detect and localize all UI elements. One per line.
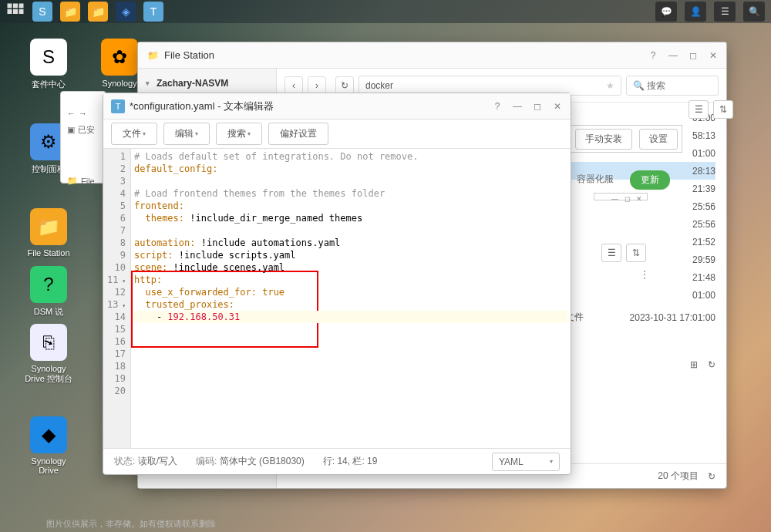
- code-line[interactable]: [134, 175, 567, 187]
- line-number: 11 ▾: [103, 274, 126, 286]
- top-bar: S 📁 📁 ◈ T 💬 👤 ☰ 🔍: [0, 0, 771, 23]
- close-icon[interactable]: ✕: [552, 101, 563, 112]
- code-line[interactable]: default_config:: [134, 163, 567, 175]
- search-menu-button[interactable]: 搜索▾: [216, 123, 262, 145]
- svg-rect-2: [19, 4, 24, 8]
- line-number: 13 ▾: [103, 298, 126, 311]
- taskbar-cube-icon[interactable]: ◈: [116, 2, 136, 22]
- code-line[interactable]: automation: !include automations.yaml: [134, 237, 567, 249]
- maximize-icon[interactable]: ◻: [625, 195, 630, 198]
- app-icon: ◆: [30, 416, 67, 453]
- status-state: 状态: 读取/写入: [114, 455, 177, 468]
- taskbar-folder-icon[interactable]: 📁: [88, 2, 108, 22]
- minimize-icon[interactable]: —: [512, 101, 523, 112]
- code-line[interactable]: trusted_proxies:: [134, 298, 567, 311]
- refresh-icon[interactable]: ↻: [708, 359, 723, 375]
- code-line[interactable]: themes: !include_dir_merge_named themes: [134, 212, 567, 224]
- code-editor[interactable]: 1234567891011 ▾1213 ▾14151617181920 # Lo…: [103, 149, 571, 448]
- news-icon[interactable]: ☰: [714, 2, 736, 22]
- code-line[interactable]: [134, 323, 567, 335]
- top-bar-left: S 📁 📁 ◈ T: [6, 2, 163, 22]
- apps-grid-icon[interactable]: [6, 2, 25, 21]
- code-line[interactable]: http:: [134, 274, 567, 286]
- code-area[interactable]: # Loads default set of integrations. Do …: [131, 149, 571, 448]
- help-icon[interactable]: ?: [492, 101, 503, 112]
- line-number: 19: [103, 372, 126, 385]
- code-line[interactable]: - 192.168.50.31: [134, 311, 567, 323]
- svg-rect-5: [19, 9, 24, 14]
- taskbar-app-icon[interactable]: S: [32, 2, 52, 22]
- list-icon[interactable]: ☰: [689, 100, 709, 119]
- code-line[interactable]: frontend:: [134, 200, 567, 212]
- code-line[interactable]: use_x_forwarded_for: true: [134, 286, 567, 298]
- help-icon[interactable]: ?: [648, 50, 658, 61]
- nav-back-button[interactable]: ‹: [284, 76, 303, 95]
- app-icon: ⎘: [30, 324, 67, 361]
- code-line[interactable]: script: !include scripts.yaml: [134, 249, 567, 261]
- search-input[interactable]: [647, 80, 716, 91]
- close-icon[interactable]: ✕: [636, 195, 642, 198]
- app-label: Synology Drive 控制台: [22, 364, 76, 385]
- fs-search[interactable]: 🔍: [626, 76, 719, 96]
- desktop-icon[interactable]: ⎘Synology Drive 控制台: [22, 324, 76, 385]
- search-icon[interactable]: 🔍: [743, 2, 765, 22]
- code-line[interactable]: [134, 385, 567, 397]
- code-line[interactable]: [134, 360, 567, 372]
- list-view-icon[interactable]: ☰: [601, 244, 621, 262]
- line-number: 9: [103, 249, 126, 261]
- top-bar-right: 💬 👤 ☰ 🔍: [655, 2, 765, 22]
- desktop-icon[interactable]: ◆Synology Drive: [22, 416, 76, 475]
- code-line[interactable]: [134, 335, 567, 348]
- disclaimer-text: 图片仅供展示，非存储。如有侵权请联系删除: [0, 518, 771, 532]
- svg-rect-1: [13, 4, 18, 8]
- more-icon[interactable]: ⋮: [640, 269, 649, 280]
- desktop-icon[interactable]: ?DSM 说: [22, 266, 76, 318]
- update-button[interactable]: 更新: [630, 170, 670, 190]
- action-bar: 手动安装 设置: [571, 125, 682, 153]
- maximize-icon[interactable]: ◻: [688, 50, 699, 61]
- window-title: File Station: [164, 49, 648, 61]
- desktop-icon[interactable]: S套件中心: [22, 39, 76, 90]
- peek-item[interactable]: 📁 File: [61, 173, 106, 189]
- code-line[interactable]: # Loads default set of integrations. Do …: [134, 150, 567, 163]
- refresh-icon[interactable]: ↻: [708, 471, 715, 482]
- folder-icon: 📁: [146, 49, 160, 62]
- code-line[interactable]: [134, 224, 567, 237]
- peek-item[interactable]: ←→: [61, 106, 106, 121]
- grid-icon[interactable]: ⊞: [690, 359, 698, 370]
- line-number: 10: [103, 261, 126, 274]
- app-icon: ?: [30, 266, 67, 303]
- refresh-button[interactable]: ↻: [335, 76, 354, 95]
- app-label: 套件中心: [22, 79, 76, 90]
- prefs-menu-button[interactable]: 偏好设置: [268, 123, 328, 145]
- line-number: 8: [103, 237, 126, 249]
- code-line[interactable]: # Load frontend themes from the themes f…: [134, 187, 567, 200]
- manual-install-button[interactable]: 手动安装: [575, 129, 632, 150]
- desktop-icon[interactable]: 📁File Station: [22, 208, 76, 258]
- fs-tree-root[interactable]: ▾Zachary-NASVM: [138, 75, 276, 92]
- sort-icon[interactable]: ⇅: [713, 100, 733, 119]
- nav-forward-button[interactable]: ›: [308, 76, 326, 95]
- taskbar-folder-icon[interactable]: 📁: [60, 2, 80, 22]
- file-menu-button[interactable]: 文件▾: [111, 123, 157, 145]
- side-panel: — ◻ ✕: [594, 193, 648, 200]
- peek-item[interactable]: ▣ 已安: [61, 121, 106, 139]
- line-number: 4: [103, 187, 126, 200]
- code-line[interactable]: [134, 348, 567, 360]
- app-label: DSM 说: [22, 306, 76, 318]
- close-icon[interactable]: ✕: [708, 50, 719, 61]
- user-icon[interactable]: 👤: [685, 2, 706, 22]
- sort-bar: ☰ ⇅: [689, 100, 733, 119]
- maximize-icon[interactable]: ◻: [532, 101, 543, 112]
- line-number: 17: [103, 348, 126, 360]
- chat-icon[interactable]: 💬: [655, 2, 677, 22]
- taskbar-texteditor-icon[interactable]: T: [143, 2, 163, 22]
- edit-menu-button[interactable]: 编辑▾: [163, 123, 210, 145]
- settings-button[interactable]: 设置: [639, 129, 678, 150]
- minimize-icon[interactable]: —: [668, 50, 678, 61]
- sort-icon[interactable]: ⇅: [626, 244, 646, 262]
- code-line[interactable]: [134, 372, 567, 385]
- minimize-icon[interactable]: —: [611, 195, 618, 198]
- language-select[interactable]: YAML ▾: [492, 453, 560, 471]
- code-line[interactable]: scene: !include scenes.yaml: [134, 261, 567, 274]
